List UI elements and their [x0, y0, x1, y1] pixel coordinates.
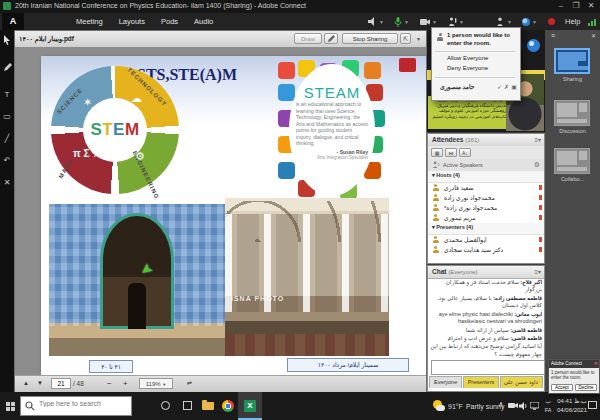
- webcam-icon[interactable]: [420, 18, 430, 26]
- document-canvas: STS,STE(A)M STEM SCIENCE TECHNOLOGY ENGI…: [15, 47, 426, 375]
- chat-message-input[interactable]: [431, 360, 545, 375]
- sync-icon[interactable]: ⇄: [187, 378, 192, 389]
- dialog-close-icon[interactable]: ✕: [594, 360, 598, 366]
- pen-button[interactable]: [324, 33, 338, 44]
- text-tool-icon[interactable]: T: [0, 85, 14, 107]
- undo-tool-icon[interactable]: ↶: [0, 151, 14, 173]
- menu-item-pods[interactable]: Pods: [161, 17, 178, 26]
- delete-tool-icon[interactable]: ✕: [0, 173, 14, 195]
- status-person-icon[interactable]: [496, 17, 505, 26]
- layouts-panel: ≡ ✕ SharingDiscussionCollabo...: [545, 30, 600, 392]
- adobe-connect-window: 20th Iranian National Conference on Phys…: [0, 0, 600, 420]
- attendee-row[interactable]: سعید قادری: [428, 183, 544, 193]
- zoom-out-icon[interactable]: −: [107, 378, 112, 389]
- attendee-group-header[interactable]: ▾ Presenters (4): [428, 223, 544, 235]
- tray-time: 04:41 ب.ظ: [552, 397, 592, 406]
- layout-thumb-collabo[interactable]: [554, 148, 590, 174]
- attendee-avatar-icon: [432, 194, 439, 201]
- file-explorer-icon[interactable]: [198, 396, 218, 416]
- chat-sender: فاطمه قاضی:: [509, 327, 542, 333]
- close-icon[interactable]: ✕: [584, 1, 598, 12]
- menu-item-meeting[interactable]: Meeting: [76, 17, 103, 26]
- chat-tab-2[interactable]: داود حسن علی: [500, 376, 543, 388]
- pointer-tool-icon[interactable]: [0, 35, 14, 57]
- menu-item-layouts[interactable]: Layouts: [119, 17, 145, 26]
- page-up-icon[interactable]: ▲: [23, 378, 29, 389]
- dialog-title: Adobe Connect: [551, 361, 582, 366]
- decline-x-icon[interactable]: ✗: [504, 83, 509, 90]
- layouts-close-icon[interactable]: ✕: [591, 32, 596, 39]
- page-down-icon[interactable]: ▼: [37, 378, 43, 389]
- accept-check-icon[interactable]: ✓: [497, 83, 502, 90]
- attendee-row[interactable]: محمدجواد نوری زاده: [428, 193, 544, 203]
- allow-everyone-button[interactable]: Allow Everyone: [447, 55, 488, 61]
- draw-button[interactable]: Draw: [294, 33, 322, 44]
- speaker-icon[interactable]: [368, 17, 377, 26]
- task-view-icon[interactable]: [178, 396, 198, 416]
- microphone-menu[interactable]: ▼: [394, 15, 409, 28]
- zoom-in-icon[interactable]: +: [123, 378, 128, 389]
- gear-icon[interactable]: ⚙: [534, 161, 540, 169]
- layout-thumb-discussion[interactable]: [554, 100, 590, 126]
- line-tool-icon[interactable]: ╱: [0, 129, 14, 151]
- camera-tray-icon[interactable]: [508, 402, 518, 409]
- speaker-menu[interactable]: ▼: [368, 15, 384, 28]
- layout-thumb-sharing[interactable]: [554, 48, 590, 74]
- recording-icon: [548, 18, 555, 25]
- zoom-level-select[interactable]: 119% ▼: [139, 378, 173, 389]
- microphone-icon[interactable]: [394, 17, 402, 27]
- taskbar-search[interactable]: [20, 396, 132, 416]
- presence-menu[interactable]: ▼: [522, 15, 537, 28]
- weather-icon: [433, 400, 445, 412]
- share-pod-menu-icon[interactable]: ▼: [416, 36, 421, 42]
- dialog-message: 1 person would like to enter the room.: [551, 370, 597, 381]
- layouts-menu-icon[interactable]: ≡: [551, 32, 555, 39]
- clock[interactable]: 04:41 ب.ظ 04/06/2021: [552, 397, 592, 415]
- list-view-button[interactable]: ▦: [431, 148, 443, 157]
- page-number-input[interactable]: [51, 378, 71, 389]
- attendee-row[interactable]: ابوالفضل محمدی: [428, 235, 544, 245]
- help-menu[interactable]: Help: [565, 17, 580, 26]
- attendee-row[interactable]: مریم تیموری: [428, 213, 544, 223]
- attendees-pod-menu-icon[interactable]: ≡▾: [534, 136, 541, 143]
- attendee-row[interactable]: محمدجواد نوری زاده*: [428, 203, 544, 213]
- accept-button[interactable]: Accept: [551, 384, 573, 391]
- volume-tray-icon[interactable]: [519, 402, 528, 410]
- decline-button[interactable]: Decline: [575, 384, 597, 391]
- attendee-row[interactable]: دکتر سید هدایت سجادی: [428, 245, 544, 255]
- chat-pod-menu-icon[interactable]: ≡▾: [534, 268, 541, 275]
- menu-item-audio[interactable]: Audio: [194, 17, 213, 26]
- tray-date: 04/06/2021: [552, 406, 592, 415]
- chat-sender: فاطمه مصطفی زاده:: [492, 295, 542, 301]
- shared-filename: وبینار ایلام ۱۴۰۰.pdf: [19, 35, 74, 43]
- minimize-icon[interactable]: –: [554, 1, 568, 12]
- stop-sharing-button[interactable]: Stop Sharing: [342, 33, 398, 44]
- excel-taskbar-item[interactable]: X: [238, 392, 262, 420]
- display-tray-icon[interactable]: [530, 402, 539, 410]
- search-input[interactable]: [39, 400, 129, 407]
- weather-widget[interactable]: 91°F Partly sunny: [433, 396, 504, 416]
- maximize-icon[interactable]: ❐: [569, 1, 583, 12]
- raise-hand-icon[interactable]: [448, 17, 457, 26]
- cortana-icon[interactable]: [156, 396, 176, 416]
- deny-everyone-button[interactable]: Deny Everyone: [447, 65, 488, 71]
- fullscreen-icon[interactable]: ⇱: [400, 33, 411, 44]
- tray-expand-icon[interactable]: ∧: [498, 400, 504, 409]
- sort-view-button[interactable]: A↓: [459, 148, 471, 157]
- more-options-icon[interactable]: ▣: [511, 83, 517, 90]
- chat-tab-1[interactable]: Presenters: [463, 376, 499, 388]
- steam-text-panel: STEAM is an educational approach to lear…: [289, 64, 375, 196]
- start-button[interactable]: [0, 392, 20, 420]
- chat-tab-0[interactable]: Everyone: [429, 376, 462, 388]
- blue-status-icon[interactable]: [522, 18, 530, 26]
- attendee-status-icon: [539, 205, 542, 210]
- chrome-icon[interactable]: [218, 396, 238, 416]
- pen-tool-icon[interactable]: [0, 63, 14, 85]
- layout-label: Sharing: [545, 76, 600, 82]
- dialog-titlebar: Adobe Connect ✕: [549, 360, 599, 368]
- shape-tool-icon[interactable]: ▭: [0, 107, 14, 129]
- attendee-group-header[interactable]: ▾ Hosts (4): [428, 171, 544, 183]
- adobe-logo-icon[interactable]: A: [2, 13, 24, 30]
- action-center-icon[interactable]: [588, 401, 597, 409]
- breakout-view-button[interactable]: ⋈: [445, 148, 457, 157]
